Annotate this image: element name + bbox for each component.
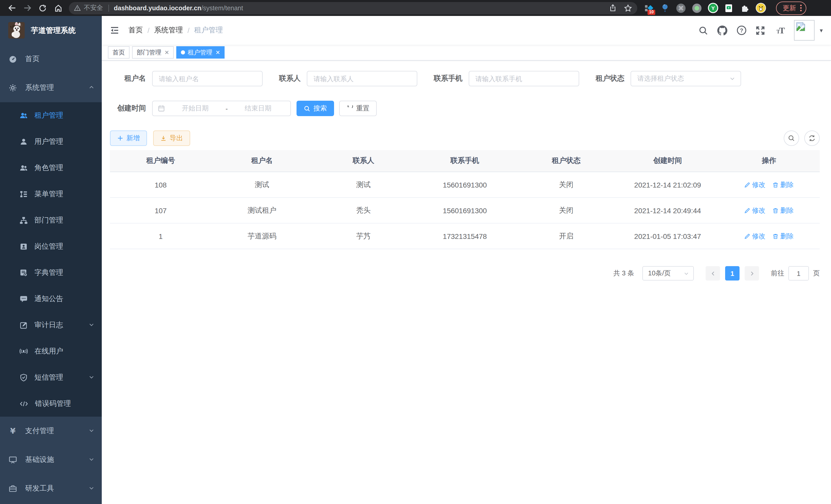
sidebar-item-notice[interactable]: 通知公告 <box>0 286 102 312</box>
close-icon[interactable]: ✕ <box>215 49 220 56</box>
reset-button[interactable]: 重置 <box>339 101 377 116</box>
extension-diamond-icon[interactable]: 10 <box>643 2 655 13</box>
sidebar-item-role[interactable]: 角色管理 <box>0 155 102 181</box>
refresh-table-button[interactable] <box>804 130 820 146</box>
cell-contact: 秃头 <box>313 198 414 223</box>
next-page-button[interactable] <box>745 266 759 280</box>
reload-icon[interactable] <box>35 1 50 15</box>
table-row: 108 测试 测试 15601691300 关闭 2021-12-14 21:0… <box>110 172 820 198</box>
github-icon[interactable] <box>717 25 728 36</box>
cell-status: 关闭 <box>515 172 617 198</box>
status-select[interactable]: 请选择租户状态 <box>631 71 741 86</box>
app-title: 芋道管理系统 <box>31 25 76 35</box>
share-icon[interactable] <box>609 4 617 12</box>
export-button[interactable]: 导出 <box>153 130 190 146</box>
sidebar-item-system[interactable]: 系统管理 <box>0 73 102 102</box>
app-logo[interactable]: 芋道管理系统 <box>0 16 102 45</box>
tab-home[interactable]: 首页 <box>108 46 130 59</box>
gear-icon <box>9 84 17 92</box>
tab-tenant[interactable]: 租户管理 ✕ <box>176 46 225 59</box>
pencil-icon <box>744 182 751 188</box>
main-content: 租户名 联系人 联系手机 租户状态 请选择租户状态 创建时间 <box>102 61 831 504</box>
help-icon[interactable]: ? <box>737 25 747 35</box>
forward-icon[interactable] <box>20 1 35 15</box>
browser-menu-icon[interactable] <box>800 5 802 11</box>
sidebar: 芋道管理系统 首页 系统管理 租户管理 <box>0 16 102 504</box>
edit-link[interactable]: 修改 <box>744 232 766 241</box>
tab-dept[interactable]: 部门管理 ✕ <box>132 46 174 59</box>
user-menu[interactable]: ▼ <box>794 20 824 40</box>
filter-row-1: 租户名 联系人 联系手机 租户状态 请选择租户状态 <box>110 71 820 86</box>
edit-link[interactable]: 修改 <box>744 206 766 215</box>
extension-command-icon[interactable]: ⌘ <box>675 2 687 13</box>
contact-input[interactable] <box>307 71 417 86</box>
search-icon[interactable] <box>698 25 708 35</box>
cell-created: 2021-12-14 21:02:09 <box>617 172 718 198</box>
date-separator: - <box>226 105 228 112</box>
sidebar-item-menu[interactable]: 菜单管理 <box>0 181 102 207</box>
edit-link[interactable]: 修改 <box>744 180 766 189</box>
mobile-input[interactable] <box>469 71 579 86</box>
sidebar-item-pay[interactable]: ¥ 支付管理 <box>0 417 102 445</box>
delete-link[interactable]: 删除 <box>773 180 794 189</box>
sidebar-item-devtools[interactable]: 研发工具 <box>0 474 102 503</box>
sidebar-item-home[interactable]: 首页 <box>0 45 102 73</box>
sidebar-fold-icon[interactable] <box>102 16 127 45</box>
sidebar-item-online-users[interactable]: 在线用户 <box>0 338 102 364</box>
avatar[interactable] <box>794 20 814 40</box>
page-size-select[interactable]: 10条/页 <box>642 266 694 280</box>
sidebar-item-dept[interactable]: 部门管理 <box>0 207 102 233</box>
bookmark-star-icon[interactable] <box>624 4 632 12</box>
breadcrumb-home[interactable]: 首页 <box>128 26 143 35</box>
sidebar-item-tenant[interactable]: 租户管理 <box>0 102 102 128</box>
delete-link[interactable]: 删除 <box>773 232 794 241</box>
sidebar-item-sms[interactable]: 短信管理 <box>0 364 102 390</box>
close-icon[interactable]: ✕ <box>165 49 169 56</box>
sidebar-item-infra[interactable]: 基础设施 <box>0 445 102 474</box>
cell-contact: 测试 <box>313 172 414 198</box>
breadcrumb-separator: / <box>188 26 190 34</box>
hide-search-button[interactable] <box>784 130 799 146</box>
fullscreen-icon[interactable] <box>755 25 765 35</box>
cell-mobile: 15601691300 <box>414 172 516 198</box>
prev-page-button[interactable] <box>706 266 720 280</box>
cell-mobile: 15601691300 <box>414 198 516 223</box>
profile-avatar-icon[interactable] <box>755 2 766 13</box>
extension-dot-icon[interactable] <box>691 2 703 13</box>
pagination: 共 3 条 10条/页 1 前往 页 <box>110 266 820 280</box>
home-icon[interactable] <box>50 1 66 15</box>
app-window: 不安全 dashboard.yudao.iocoder.cn/system/te… <box>0 0 831 504</box>
site-security[interactable]: 不安全 <box>74 4 103 12</box>
chevron-down-icon <box>88 373 94 382</box>
sidebar-item-label: 在线用户 <box>34 347 63 356</box>
col-contact: 联系人 <box>313 150 414 172</box>
search-button[interactable]: 搜索 <box>296 101 334 116</box>
browser-update-button[interactable]: 更新 <box>776 1 806 14</box>
add-button[interactable]: 新增 <box>110 130 147 146</box>
tenant-name-input[interactable] <box>152 71 263 86</box>
sidebar-item-audit-log[interactable]: 审计日志 <box>0 312 102 338</box>
sidebar-item-post[interactable]: 岗位管理 <box>0 233 102 260</box>
url-bar[interactable]: 不安全 dashboard.yudao.iocoder.cn/system/te… <box>69 2 637 14</box>
goto-page-input[interactable] <box>789 266 809 280</box>
date-range-picker[interactable]: 开始日期 - 结束日期 <box>152 101 291 116</box>
extension-y-icon[interactable]: Y <box>707 2 718 13</box>
extension-balloon-icon[interactable] <box>659 2 671 13</box>
extension-slides-icon[interactable] <box>723 2 735 13</box>
back-icon[interactable] <box>4 1 20 15</box>
delete-link[interactable]: 删除 <box>773 206 794 215</box>
extensions-puzzle-icon[interactable] <box>739 2 750 13</box>
trash-icon <box>773 182 779 188</box>
user-icon <box>20 138 28 146</box>
online-broadcast-icon <box>20 347 28 355</box>
sidebar-item-user[interactable]: 用户管理 <box>0 128 102 155</box>
edit-log-icon <box>20 321 28 329</box>
breadcrumb-system[interactable]: 系统管理 <box>154 26 183 35</box>
sidebar-item-dict[interactable]: 字典管理 <box>0 260 102 286</box>
monitor-icon <box>9 456 17 464</box>
sidebar-item-label: 用户管理 <box>34 137 63 146</box>
page-number-1[interactable]: 1 <box>725 266 740 280</box>
filter-mobile: 联系手机 <box>434 71 579 86</box>
font-size-icon[interactable]: TT <box>774 25 785 35</box>
sidebar-item-error-code[interactable]: 错误码管理 <box>0 390 102 417</box>
